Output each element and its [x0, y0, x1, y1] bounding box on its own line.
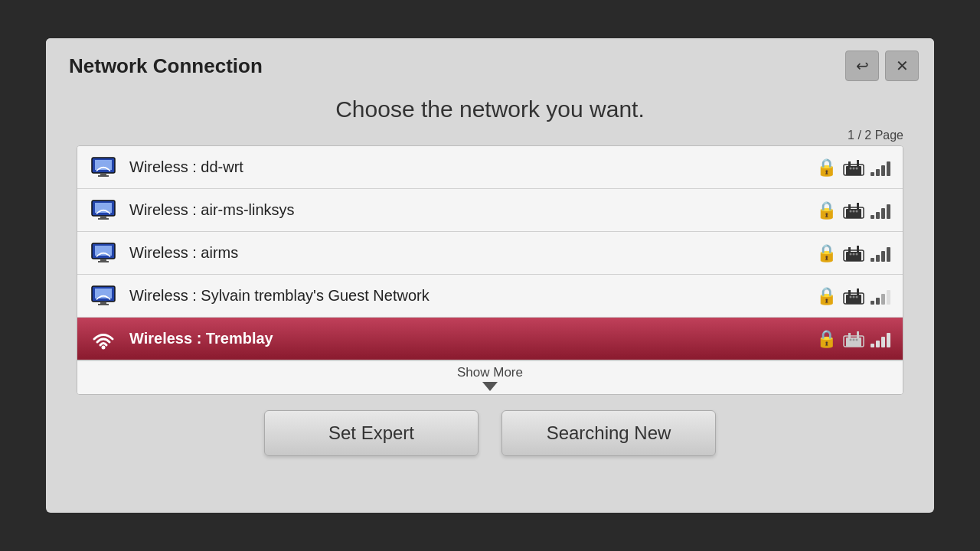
- network-status-icons: 🔒: [816, 243, 890, 263]
- svg-rect-7: [857, 160, 859, 167]
- svg-rect-3: [98, 175, 109, 177]
- bottom-action-buttons: Set Expert Searching New: [264, 410, 716, 456]
- svg-point-9: [853, 167, 855, 169]
- network-name: Wireless : dd-wrt: [129, 158, 816, 176]
- svg-rect-28: [848, 247, 851, 253]
- svg-rect-2: [100, 173, 106, 175]
- router-icon: [843, 158, 864, 177]
- network-connection-window: Network Connection ↩ ✕ Choose the networ…: [46, 38, 934, 513]
- close-button[interactable]: ✕: [885, 51, 919, 81]
- show-more-button[interactable]: Show More: [77, 360, 903, 394]
- svg-point-51: [856, 338, 858, 341]
- svg-point-50: [853, 338, 855, 341]
- network-name: Wireless : air-ms-linksys: [129, 201, 816, 219]
- network-item[interactable]: Wireless : Sylvain tremblay's Guest Netw…: [77, 275, 903, 318]
- lock-icon: 🔒: [816, 158, 837, 178]
- svg-point-43: [856, 295, 858, 298]
- svg-point-41: [850, 295, 852, 298]
- svg-rect-47: [848, 333, 851, 338]
- set-expert-button[interactable]: Set Expert: [264, 410, 479, 456]
- network-name: Wireless : Tremblay: [129, 330, 816, 347]
- svg-point-32: [856, 253, 858, 255]
- svg-rect-17: [848, 204, 851, 210]
- router-icon: [843, 244, 864, 262]
- network-device-icon: [90, 197, 117, 224]
- svg-point-10: [856, 167, 858, 169]
- network-item-selected[interactable]: Wireless : Tremblay 🔒: [77, 318, 903, 360]
- title-bar: Network Connection ↩ ✕: [46, 38, 934, 89]
- searching-new-button[interactable]: Searching New: [501, 410, 716, 456]
- svg-rect-35: [100, 302, 106, 304]
- signal-strength-icon: [871, 202, 890, 219]
- signal-strength-icon: [871, 288, 890, 305]
- svg-point-49: [850, 338, 852, 341]
- svg-rect-18: [857, 203, 859, 210]
- svg-point-21: [856, 210, 858, 212]
- svg-rect-40: [857, 289, 859, 295]
- network-status-icons: 🔒: [816, 201, 890, 220]
- wifi-device-icon: [90, 325, 117, 353]
- svg-point-8: [850, 167, 852, 169]
- network-item[interactable]: Wireless : airms 🔒: [77, 232, 903, 275]
- show-more-label: Show More: [457, 365, 523, 380]
- network-device-icon: [90, 154, 117, 181]
- chevron-down-icon: [482, 382, 498, 391]
- signal-strength-icon: [871, 245, 890, 262]
- lock-icon: 🔒: [816, 286, 837, 306]
- signal-strength-icon: [871, 159, 890, 176]
- router-icon: [843, 330, 864, 348]
- close-icon: ✕: [896, 57, 909, 75]
- svg-point-44: [102, 345, 106, 349]
- title-buttons: ↩ ✕: [845, 51, 919, 81]
- network-list: Wireless : dd-wrt 🔒: [77, 145, 903, 395]
- page-indicator: 1 / 2 Page: [848, 129, 903, 142]
- svg-rect-6: [848, 161, 851, 167]
- network-device-icon: [90, 282, 117, 310]
- network-status-icons: 🔒: [816, 286, 890, 306]
- back-icon: ↩: [856, 57, 869, 75]
- svg-point-20: [853, 210, 855, 212]
- network-status-icons: 🔒: [816, 329, 890, 349]
- svg-rect-14: [98, 218, 109, 220]
- network-name: Wireless : airms: [129, 244, 816, 262]
- network-name: Wireless : Sylvain tremblay's Guest Netw…: [129, 287, 816, 305]
- window-title: Network Connection: [69, 54, 263, 78]
- svg-rect-36: [98, 304, 109, 305]
- svg-rect-1: [95, 160, 112, 170]
- svg-rect-25: [98, 261, 109, 262]
- svg-point-30: [850, 253, 852, 255]
- signal-strength-icon: [871, 331, 890, 347]
- svg-point-19: [850, 210, 852, 212]
- lock-icon: 🔒: [816, 329, 837, 349]
- svg-rect-29: [857, 246, 859, 253]
- svg-rect-39: [848, 290, 851, 295]
- network-status-icons: 🔒: [816, 158, 890, 178]
- svg-point-31: [853, 253, 855, 255]
- network-device-icon: [90, 240, 117, 267]
- back-button[interactable]: ↩: [845, 51, 879, 81]
- lock-icon: 🔒: [816, 201, 837, 220]
- svg-rect-24: [100, 259, 106, 261]
- svg-rect-48: [857, 331, 859, 338]
- page-heading: Choose the network you want.: [335, 96, 645, 122]
- svg-rect-34: [95, 289, 112, 298]
- lock-icon: 🔒: [816, 243, 837, 263]
- network-item[interactable]: Wireless : dd-wrt 🔒: [77, 146, 903, 189]
- svg-rect-23: [95, 246, 112, 256]
- router-icon: [843, 201, 864, 220]
- svg-rect-12: [95, 203, 112, 213]
- svg-rect-13: [100, 216, 106, 218]
- main-content: Choose the network you want. 1 / 2 Page: [46, 89, 934, 513]
- svg-point-42: [853, 295, 855, 298]
- router-icon: [843, 287, 864, 305]
- network-item[interactable]: Wireless : air-ms-linksys 🔒: [77, 189, 903, 232]
